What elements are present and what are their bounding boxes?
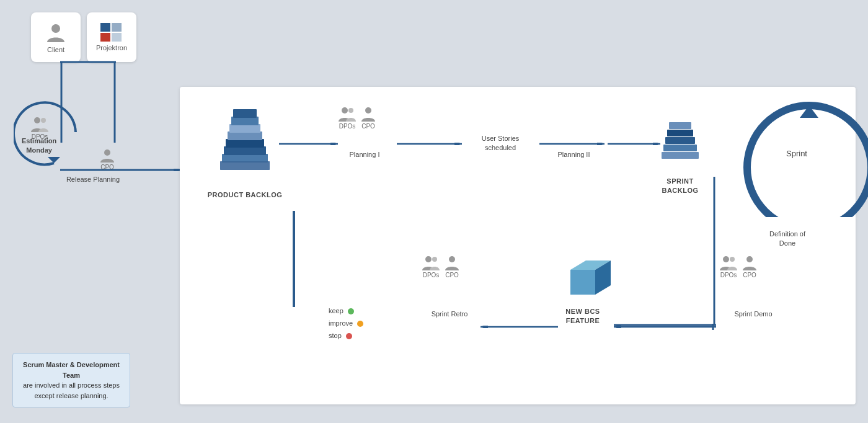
svg-rect-18: [228, 131, 262, 140]
svg-rect-37: [667, 130, 693, 136]
svg-point-44: [730, 257, 735, 262]
projektron-line: [113, 62, 116, 143]
svg-marker-47: [614, 326, 621, 328]
planning1-to-userstories-arrow: [397, 143, 465, 145]
scrum-note-bold: Scrum Master & Development Team: [23, 361, 120, 379]
stop-item: stop: [329, 330, 363, 342]
svg-marker-29: [454, 143, 462, 145]
bcs-feature-label: NEW BCSFEATURE: [552, 307, 614, 326]
sprint-retro-cpo: CPO: [444, 254, 460, 278]
improve-dot: [357, 321, 363, 327]
backlog-to-planning1-arrow: [279, 143, 341, 145]
sprint-retro-label: Sprint Retro: [422, 310, 477, 318]
svg-rect-19: [229, 124, 260, 133]
svg-point-13: [104, 149, 110, 156]
projektron-icon-box: Projektron: [87, 12, 136, 62]
release-planning-arrow: [60, 169, 184, 171]
sprint-demo-cpo-icon: [742, 254, 758, 270]
client-label: Client: [47, 46, 64, 53]
client-icon-box: Client: [31, 12, 81, 62]
top-connect-line: [60, 61, 116, 63]
svg-marker-52: [480, 326, 488, 328]
svg-rect-2: [112, 23, 122, 32]
sprint-demo-cpo: CPO: [742, 254, 758, 278]
projektron-label: Projektron: [96, 44, 127, 51]
svg-rect-1: [100, 23, 110, 32]
svg-marker-48: [570, 270, 595, 295]
planning1-cpo-icon: [360, 105, 376, 122]
cpo-left-text: CPO: [99, 164, 115, 171]
planning1-persons: DPOs CPO: [338, 105, 376, 130]
svg-rect-17: [226, 139, 264, 148]
svg-marker-22: [220, 161, 270, 170]
sprint-demo-dpos: DPOs: [719, 254, 738, 278]
retro-to-backlog-arrow: [293, 208, 295, 307]
planning1-dpos: DPOs: [338, 105, 356, 130]
svg-point-0: [51, 24, 60, 33]
svg-rect-36: [665, 137, 695, 144]
svg-rect-4: [112, 33, 122, 42]
bcs-cube-svg: [561, 254, 611, 304]
stop-dot: [346, 333, 352, 339]
estimation-monday-label: EstimationMonday: [22, 136, 56, 156]
sprint-label: Sprint: [772, 149, 822, 158]
definition-of-done-label: Definition ofDone: [750, 229, 825, 249]
svg-rect-20: [231, 117, 259, 125]
userstories-to-planning2-arrow: [539, 143, 608, 145]
sprint-demo-label: Sprint Demo: [719, 310, 787, 318]
planning1-cpo: CPO: [360, 105, 376, 130]
product-backlog-label: PRODUCT BACKLOG: [198, 191, 291, 198]
sprint-backlog-label: SPRINTBACKLOG: [652, 177, 708, 196]
top-icons-container: Client Projektron: [31, 12, 136, 62]
sprint-demo-persons: DPOs CPO: [719, 254, 758, 278]
daily-scrum-label: DailyScrum: [861, 151, 868, 172]
backlog-stack-svg: [217, 105, 273, 186]
svg-rect-3: [100, 33, 110, 42]
keep-item: keep: [329, 305, 363, 318]
svg-point-25: [342, 107, 348, 114]
svg-point-45: [746, 256, 753, 262]
svg-rect-15: [222, 154, 268, 163]
estimation-circle-arrow: [14, 92, 94, 172]
sprint-retro-dpos: DPOs: [422, 254, 440, 278]
product-backlog-icon: [217, 105, 273, 189]
retro-items: keep improve stop: [329, 305, 363, 342]
client-person-icon: [45, 21, 67, 43]
projektron-logo-icon: [100, 23, 123, 42]
sprint-demo-dpos-icon: [719, 254, 738, 270]
main-process-box: PRODUCT BACKLOG DPOs CPO Planning I: [180, 87, 856, 404]
dpos-circle-person-icon: [30, 115, 50, 132]
bcs-to-retro-arrow: [477, 326, 558, 328]
bcs-feature-icon: [561, 254, 611, 306]
svg-marker-8: [48, 157, 60, 163]
svg-marker-24: [330, 143, 338, 145]
backlog-to-demo-line: [710, 177, 719, 326]
sprint-backlog-icon: [658, 109, 702, 173]
svg-rect-16: [224, 146, 266, 155]
svg-point-10: [41, 118, 46, 123]
release-planning-label: Release Planning: [59, 176, 127, 183]
user-stories-label: User Storiesscheduled: [466, 134, 534, 153]
sprint-backlog-stack-svg: [658, 109, 702, 171]
cpo-left-person-icon: [99, 148, 115, 163]
keep-dot: [348, 308, 354, 314]
svg-marker-31: [597, 143, 604, 145]
svg-point-55: [449, 256, 455, 262]
improve-item: improve: [329, 318, 363, 330]
scrum-master-note: Scrum Master & Development Team are invo…: [12, 353, 130, 407]
sprint-retro-cpo-icon: [444, 254, 460, 270]
svg-point-53: [425, 256, 432, 262]
planning1-dpos-icon: [338, 105, 356, 122]
svg-rect-38: [669, 122, 691, 129]
sprint-retro-persons: DPOs CPO: [422, 254, 460, 278]
demo-to-bcs-arrow: [611, 326, 716, 328]
cpo-left: CPO: [99, 148, 115, 171]
svg-rect-34: [662, 152, 699, 159]
sprint-retro-dpos-icon: [422, 254, 440, 270]
planning2-to-sprintbacklog-arrow: [608, 143, 663, 145]
svg-point-9: [34, 117, 40, 123]
planning2-label: Planning II: [544, 151, 603, 158]
svg-point-54: [432, 257, 437, 262]
scrum-note-text: are involved in all process stepsexcept …: [20, 380, 122, 401]
planning1-label: Planning I: [340, 151, 389, 158]
